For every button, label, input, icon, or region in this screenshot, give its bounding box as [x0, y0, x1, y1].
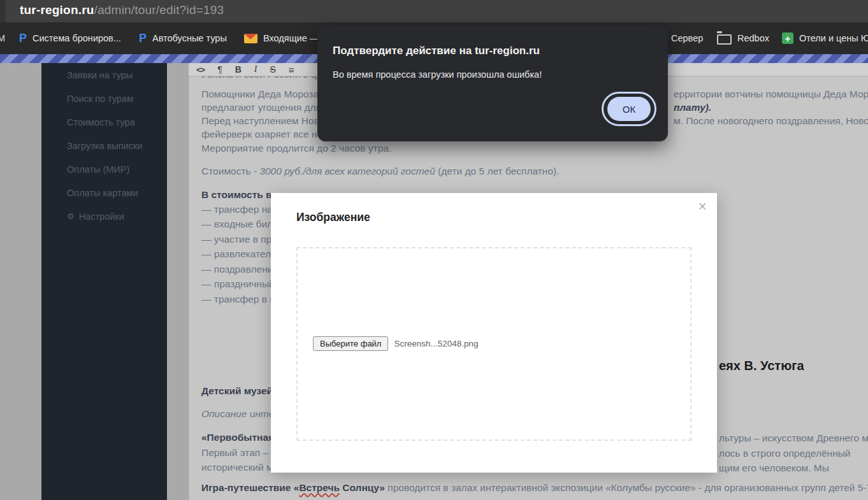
- toolbar-italic-button[interactable]: I: [254, 65, 257, 74]
- toolbar-code-button[interactable]: <>: [196, 66, 205, 74]
- toolbar-strikethrough-button[interactable]: S: [270, 65, 276, 74]
- sidebar-item-label: Загрузка выписки: [67, 141, 142, 151]
- tab-edge: [0, 0, 6, 22]
- screen: tur-region.ru/admin/tour/edit?id=193 МPС…: [0, 0, 868, 500]
- choose-file-button[interactable]: Выберите файл: [313, 336, 388, 351]
- bookmark-label: Автобусные туры: [152, 33, 227, 43]
- alert-message: Во время процесса загрузки произошла оши…: [333, 69, 542, 80]
- js-alert-dialog: Подтвердите действие на tur-region.ru Во…: [317, 25, 668, 141]
- file-name: Screensh...52048.png: [394, 339, 478, 348]
- ok-button[interactable]: ОК: [607, 97, 651, 121]
- bookmark-label: Система брониров...: [33, 33, 121, 43]
- sidebar-item-label: Поиск по турам: [67, 94, 133, 104]
- url-path: /admin/tour/edit?id=193: [94, 3, 224, 17]
- ok-button-focus-ring: ОК: [602, 92, 656, 126]
- bookmark-label: Redbox: [737, 33, 769, 43]
- bookmark-item-booking-system[interactable]: PСистема брониров...: [19, 22, 121, 54]
- toolbar-bold-button[interactable]: B: [235, 65, 242, 74]
- toolbar-paragraph-button[interactable]: ¶: [217, 65, 222, 74]
- url-host: tur-region.ru: [20, 3, 94, 17]
- sidebar-item-payments-cards[interactable]: Оплаты картами: [41, 181, 167, 204]
- sidebar-item-tour-price[interactable]: Стоимость тура: [41, 110, 167, 134]
- sidebar: Заявки на турыПоиск по турамСтоимость ту…: [41, 63, 167, 500]
- folder-icon: [717, 34, 732, 45]
- modal-title: Изображение: [296, 211, 370, 224]
- sidebar-item-label: Заявки на туры: [67, 70, 133, 80]
- sidebar-item-payments-mir[interactable]: Оплаты (МИР): [41, 157, 167, 181]
- sidebar-item-label: Настройки: [79, 211, 124, 222]
- bookmark-label: М: [0, 33, 5, 43]
- plus-icon: +: [782, 32, 793, 44]
- image-modal: Изображение × Выберите файл Screensh...5…: [271, 193, 717, 473]
- bookmark-item-partial[interactable]: М: [0, 22, 5, 54]
- url-display[interactable]: tur-region.ru/admin/tour/edit?id=193: [20, 3, 224, 17]
- bookmark-item-bus-tours[interactable]: PАвтобусные туры: [139, 22, 227, 54]
- bookmark-label: Отели и цены Ю: [799, 33, 868, 43]
- bookmark-label: Сервер: [671, 33, 703, 43]
- sidebar-item-label: Оплаты картами: [67, 188, 138, 198]
- p-favicon-icon: P: [139, 32, 147, 44]
- sidebar-item-tour-search[interactable]: Поиск по турам: [41, 87, 167, 110]
- close-icon[interactable]: ×: [698, 199, 707, 214]
- sidebar-item-settings[interactable]: ⚙Настройки: [41, 204, 167, 228]
- p-favicon-icon: P: [19, 32, 27, 44]
- sidebar-item-tour-requests[interactable]: Заявки на туры: [41, 63, 167, 87]
- upload-dropzone[interactable]: Выберите файл Screensh...52048.png: [296, 247, 691, 441]
- sidebar-item-statement-upload[interactable]: Загрузка выписки: [41, 134, 167, 157]
- bookmark-item-redbox[interactable]: Redbox: [717, 22, 769, 54]
- mail-icon: [244, 34, 257, 43]
- bookmark-item-inbox[interactable]: Входящие —: [244, 22, 319, 54]
- sidebar-item-label: Стоимость тура: [67, 117, 135, 127]
- bookmark-item-hotels-prices[interactable]: +Отели и цены Ю: [782, 22, 868, 54]
- bookmark-label: Входящие —: [263, 33, 319, 43]
- bookmark-item-server[interactable]: Сервер: [671, 22, 703, 54]
- toolbar-list-button[interactable]: ≡: [289, 65, 294, 75]
- gear-icon: ⚙: [67, 212, 75, 220]
- file-input: Выберите файл Screensh...52048.png: [313, 336, 479, 351]
- sidebar-item-label: Оплаты (МИР): [67, 164, 129, 175]
- browser-titlebar: tur-region.ru/admin/tour/edit?id=193: [0, 0, 868, 22]
- alert-title: Подтвердите действие на tur-region.ru: [333, 45, 540, 57]
